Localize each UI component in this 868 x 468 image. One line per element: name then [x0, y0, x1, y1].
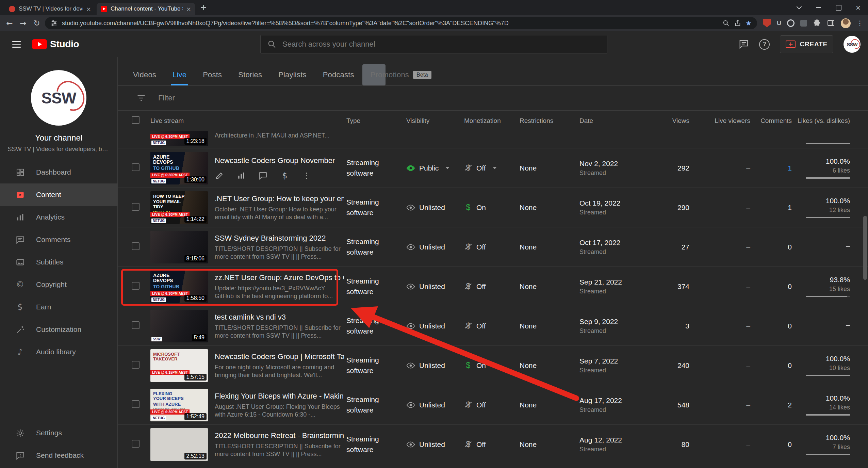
table-row[interactable]: FLEXING YOUR BICEPS WITH AZURE Making Ia… [118, 385, 868, 425]
visibility-cell[interactable]: Unlisted [406, 203, 464, 212]
sidebar-item-comments[interactable]: Comments [0, 228, 117, 251]
tab-promotions[interactable]: Promotions Beta [362, 64, 386, 85]
share-icon[interactable] [734, 19, 741, 27]
minimize-button[interactable] [809, 0, 829, 15]
comments-cell[interactable]: 0 [750, 440, 792, 449]
monetization-cell[interactable]: $ Off [464, 282, 520, 291]
scrollbar-thumb[interactable] [863, 216, 867, 280]
tab-videos[interactable]: Videos [125, 64, 164, 85]
comments-cell[interactable]: 0 [750, 243, 792, 251]
comments-icon[interactable] [258, 171, 268, 180]
search-input[interactable] [282, 39, 600, 49]
studio-logo[interactable]: Studio [32, 39, 79, 50]
table-row[interactable]: HOW TO KEEP YOUR EMAIL TIDY WITH AI LIVE… [118, 188, 868, 227]
comments-cell[interactable]: 0 [750, 283, 792, 291]
tab-podcasts[interactable]: Podcasts [315, 64, 362, 85]
video-thumbnail[interactable]: 8:15:06 [150, 231, 208, 263]
sidebar-item-content[interactable]: Content [0, 183, 117, 206]
row-checkbox[interactable] [132, 242, 140, 250]
row-checkbox[interactable] [132, 203, 140, 211]
tab-stories[interactable]: Stories [230, 64, 270, 85]
table-row[interactable]: MICROSOFT TAKEOVER LIVE @ 6:15PM AEST 1:… [118, 346, 868, 385]
col-visibility[interactable]: Visibility [406, 117, 464, 125]
video-thumbnail[interactable]: AZURE DEVOPS TO GITHUB 10 Missing Bits L… [150, 270, 208, 303]
comments-cell[interactable]: 2 [750, 401, 792, 409]
filter-icon[interactable] [136, 93, 146, 103]
browser-tab-ssw-tv[interactable]: SSW TV | Videos for developers, × [5, 3, 95, 15]
channel-avatar[interactable]: SSW [31, 70, 86, 126]
edit-details-icon[interactable] [215, 171, 224, 180]
col-live-stream[interactable]: Live stream [150, 117, 346, 125]
maximize-button[interactable] [829, 0, 848, 15]
video-thumbnail[interactable]: HOW TO KEEP YOUR EMAIL TIDY WITH AI LIVE… [150, 191, 208, 224]
browser-menu-icon[interactable]: ⋮ [856, 19, 863, 27]
tab-close-icon[interactable]: × [86, 5, 91, 13]
dropdown-caret-icon[interactable] [493, 167, 497, 169]
browser-profile-avatar[interactable] [841, 18, 851, 28]
tab-live[interactable]: Live [164, 64, 195, 85]
video-title[interactable]: Flexing Your Biceps with Azure - Making.… [215, 391, 344, 401]
video-title[interactable]: SSW Sydney Brainstorming 2022 [215, 233, 341, 243]
menu-icon[interactable] [12, 41, 21, 48]
sidebar-item-earn[interactable]: $ Earn [0, 296, 117, 318]
tab-search-icon[interactable] [789, 0, 809, 15]
zoom-icon[interactable] [722, 19, 730, 27]
table-row[interactable]: LIVE @ 6:30PM AEST NETUG 1:23:18 Archite… [118, 131, 868, 148]
visibility-cell[interactable]: Unlisted [406, 401, 464, 409]
video-title[interactable]: Newcastle Coders Group November [215, 156, 335, 165]
tab-playlists[interactable]: Playlists [270, 64, 315, 85]
video-title[interactable]: zz.NET User Group: Azure DevOps to Git..… [215, 273, 344, 283]
row-checkbox[interactable] [132, 400, 140, 408]
sidebar-item-customization[interactable]: Customization [0, 318, 117, 341]
sidebar-item-dashboard[interactable]: Dashboard [0, 161, 117, 183]
comments-cell[interactable]: 1 [750, 164, 792, 172]
channel-search-box[interactable] [260, 35, 607, 53]
col-views[interactable]: Views [648, 117, 689, 125]
comments-cell[interactable]: 0 [750, 361, 792, 370]
video-thumbnail[interactable]: LIVE @ 6:30PM AEST NETUG 1:23:18 [150, 131, 208, 146]
side-panel-icon[interactable] [827, 19, 835, 27]
col-comments[interactable]: Comments [750, 117, 792, 125]
bookmark-star-icon[interactable]: ★ [746, 19, 752, 27]
extension-icon[interactable] [800, 20, 807, 27]
window-close-button[interactable]: × [848, 0, 868, 15]
sidebar-item-settings[interactable]: Settings [0, 422, 117, 444]
url-text[interactable]: studio.youtube.com/channel/UCBFgwtV9lIlh… [62, 20, 718, 27]
address-bar[interactable]: studio.youtube.com/channel/UCBFgwtV9lIlh… [45, 17, 757, 29]
more-options-icon[interactable]: ⋮ [302, 171, 311, 180]
table-row[interactable]: 2:52:13 2022 Melbourne Retreat - Brainst… [118, 425, 868, 464]
visibility-cell[interactable]: Unlisted [406, 322, 464, 330]
comments-cell[interactable]: 1 [750, 204, 792, 212]
extension-u-icon[interactable]: U [777, 20, 781, 27]
col-type[interactable]: Type [346, 117, 406, 125]
video-title[interactable]: test camlink vs ndi v3 [215, 312, 341, 322]
visibility-cell[interactable]: Unlisted [406, 243, 464, 252]
sidebar-item-copyright[interactable]: © Copyright [0, 273, 117, 296]
col-likes[interactable]: Likes (vs. dislikes) [792, 117, 850, 125]
monetization-cell[interactable]: $ On [464, 203, 520, 212]
col-date[interactable]: Date [579, 117, 648, 125]
visibility-cell[interactable]: Unlisted [406, 361, 464, 370]
help-icon[interactable]: ? [759, 39, 770, 50]
sidebar-item-audio-library[interactable]: ♪ Audio library [0, 341, 117, 363]
table-row[interactable]: AZURE DEVOPS TO GITHUB 10 Missing Bits L… [118, 267, 868, 306]
visibility-cell[interactable]: Unlisted [406, 440, 464, 449]
video-title[interactable]: .NET User Group: How to keep your em... [215, 194, 344, 204]
forward-icon[interactable]: → [16, 16, 30, 30]
video-thumbnail[interactable]: SSW 5:49 [150, 310, 208, 342]
monetization-cell[interactable]: $ Off [464, 321, 520, 330]
visibility-cell[interactable]: Unlisted [406, 282, 464, 291]
video-thumbnail[interactable]: MICROSOFT TAKEOVER LIVE @ 6:15PM AEST 1:… [150, 349, 208, 382]
create-button[interactable]: CREATE [780, 35, 833, 53]
col-restrictions[interactable]: Restrictions [520, 117, 579, 125]
monetization-cell[interactable]: $ Off [464, 163, 520, 173]
sidebar-item-analytics[interactable]: Analytics [0, 206, 117, 228]
row-checkbox[interactable] [132, 282, 140, 290]
video-title[interactable]: Newcastle Coders Group | Microsoft Ta... [215, 352, 344, 361]
row-checkbox[interactable] [132, 440, 140, 448]
col-monetization[interactable]: Monetization [464, 117, 520, 125]
filter-input[interactable]: Filter [158, 94, 175, 102]
monetization-cell[interactable]: $ On [464, 361, 520, 370]
select-all-checkbox[interactable] [132, 116, 140, 124]
feedback-icon[interactable] [739, 39, 749, 49]
